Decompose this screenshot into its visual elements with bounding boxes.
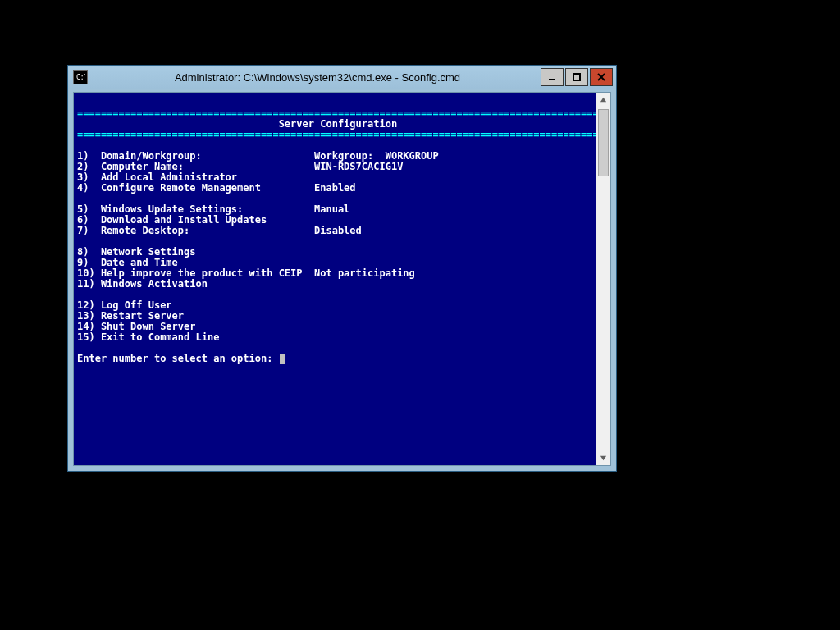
svg-text:C:\: C:\ xyxy=(76,74,85,81)
client-area: ========================================… xyxy=(73,92,611,466)
menu-item[interactable]: 11) Windows Activation xyxy=(77,279,592,290)
prompt-line[interactable]: Enter number to select an option: xyxy=(77,354,592,364)
cmd-window: C:\ Administrator: C:\Windows\system32\c… xyxy=(67,65,617,472)
scroll-thumb[interactable] xyxy=(598,109,609,176)
divider-line: ========================================… xyxy=(77,130,592,140)
menu-item[interactable]: 15) Exit to Command Line xyxy=(77,332,592,343)
titlebar[interactable]: C:\ Administrator: C:\Windows\system32\c… xyxy=(68,66,616,89)
vertical-scrollbar[interactable] xyxy=(596,93,610,465)
scroll-down-button[interactable] xyxy=(596,451,610,465)
cmd-icon: C:\ xyxy=(73,70,88,84)
close-button[interactable] xyxy=(590,68,613,86)
minimize-button[interactable] xyxy=(541,68,564,86)
console-output[interactable]: ========================================… xyxy=(74,93,596,465)
text-cursor xyxy=(280,354,285,364)
svg-marker-7 xyxy=(600,456,606,460)
window-controls xyxy=(541,68,613,86)
maximize-button[interactable] xyxy=(565,68,588,86)
window-title: Administrator: C:\Windows\system32\cmd.e… xyxy=(94,71,541,84)
svg-marker-6 xyxy=(600,98,606,102)
menu-item[interactable]: 4) Configure Remote Management Enabled xyxy=(77,183,592,194)
svg-rect-2 xyxy=(549,79,555,80)
scroll-up-button[interactable] xyxy=(596,93,610,107)
svg-rect-3 xyxy=(573,74,580,80)
menu-item[interactable]: 7) Remote Desktop: Disabled xyxy=(77,226,592,236)
